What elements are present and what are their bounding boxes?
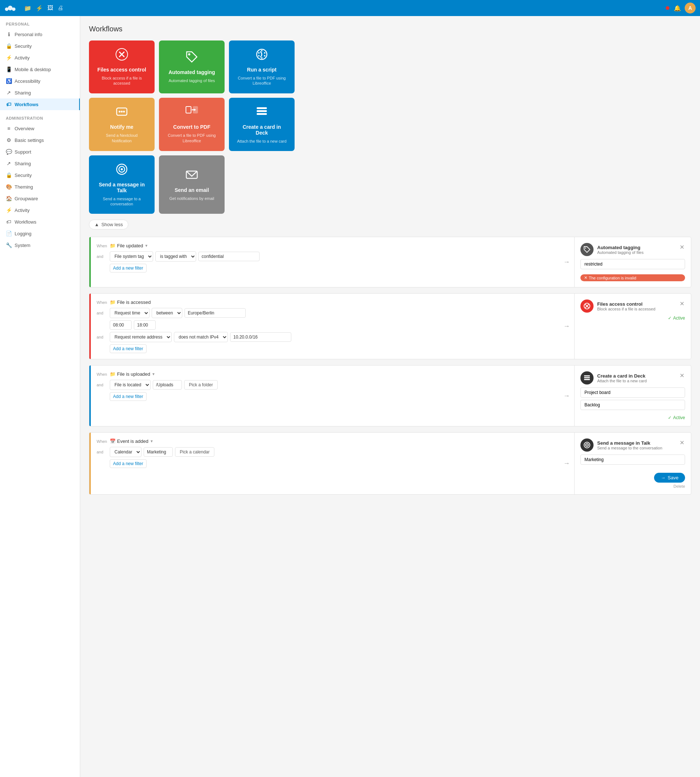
card-notify[interactable]: Notify me Send a Nextcloud Notification bbox=[89, 98, 155, 151]
sidebar-label-system: System bbox=[15, 242, 30, 248]
filter-value-2-2[interactable] bbox=[230, 333, 291, 342]
filter-field-4-1[interactable]: Calendar bbox=[110, 447, 142, 457]
topbar-photos-icon[interactable]: 🖼 bbox=[47, 5, 53, 11]
filter-field-2-2[interactable]: Request remote address bbox=[110, 332, 172, 342]
sidebar-label-workflows-admin: Workflows bbox=[15, 219, 37, 225]
svg-rect-33 bbox=[584, 375, 590, 376]
topbar-activity-icon[interactable]: ⚡ bbox=[36, 5, 43, 12]
sidebar-item-basic-settings[interactable]: ⚙ Basic settings bbox=[0, 134, 80, 146]
filter-value-1-1[interactable] bbox=[198, 252, 260, 261]
show-less-button[interactable]: ▲ Show less bbox=[89, 220, 128, 229]
filter-row-3-1: and File is located Pick a folder bbox=[97, 380, 553, 390]
filter-time-to[interactable] bbox=[134, 320, 156, 330]
nextcloud-logo[interactable] bbox=[4, 2, 16, 14]
close-action-3[interactable]: ✕ bbox=[679, 371, 685, 380]
pick-calendar-btn[interactable]: Pick a calendar bbox=[175, 447, 214, 457]
action-input-4-1[interactable] bbox=[580, 455, 685, 465]
close-action-4[interactable]: ✕ bbox=[679, 438, 685, 447]
topbar-bell-icon[interactable]: 🔔 bbox=[674, 5, 681, 12]
and-label-2-1: and bbox=[97, 311, 108, 315]
error-text-1: The configuration is invalid bbox=[589, 276, 636, 280]
sidebar-item-activity[interactable]: ⚡ Activity bbox=[0, 52, 80, 63]
delete-link-4[interactable]: Delete bbox=[580, 484, 685, 488]
activity-admin-icon: ⚡ bbox=[6, 207, 12, 213]
sidebar-item-groupware[interactable]: 🏠 Groupware bbox=[0, 192, 80, 204]
card-convert-pdf[interactable]: Convert to PDF Convert a file to PDF usi… bbox=[159, 98, 225, 151]
topbar-files-icon[interactable]: 📁 bbox=[24, 5, 32, 12]
filter-op-1-1[interactable]: is tagged with bbox=[155, 251, 196, 262]
add-filter-btn-3[interactable]: Add a new filter bbox=[110, 392, 147, 401]
sidebar-item-sharing[interactable]: ↗ Sharing bbox=[0, 87, 80, 99]
action-input-3-1[interactable] bbox=[580, 388, 685, 398]
filter-op-2-2[interactable]: does not match IPv4 bbox=[174, 332, 228, 342]
page-title: Workflows bbox=[89, 25, 691, 33]
sidebar-label-logging: Logging bbox=[15, 231, 32, 236]
event-trigger-4[interactable]: 📅 Event is added ▼ bbox=[110, 438, 153, 444]
sidebar-label-support: Support bbox=[15, 149, 32, 155]
sidebar-item-support[interactable]: 💬 Support bbox=[0, 146, 80, 157]
sidebar-item-overview[interactable]: ≡ Overview bbox=[0, 122, 80, 134]
filter-field-1-1[interactable]: File system tag bbox=[110, 251, 153, 262]
sidebar-item-sharing-admin[interactable]: ↗ Sharing bbox=[0, 157, 80, 169]
card-email-desc: Get notifications by email bbox=[170, 196, 214, 201]
sidebar-item-security[interactable]: 🔒 Security bbox=[0, 40, 80, 52]
event-icon-3: 📁 bbox=[110, 371, 115, 377]
event-trigger-1[interactable]: 📁 File updated ▼ bbox=[110, 243, 148, 249]
close-action-2[interactable]: ✕ bbox=[679, 299, 685, 308]
sidebar-item-personal-info[interactable]: ℹ Personal info bbox=[0, 28, 80, 40]
sidebar-item-security-admin[interactable]: 🔒 Security bbox=[0, 169, 80, 181]
sidebar-item-mobile-desktop[interactable]: 📱 Mobile & desktop bbox=[0, 63, 80, 75]
sidebar: Personal ℹ Personal info 🔒 Security ⚡ Ac… bbox=[0, 16, 80, 777]
topbar-avatar[interactable]: A bbox=[685, 3, 696, 13]
sidebar-item-activity-admin[interactable]: ⚡ Activity bbox=[0, 204, 80, 216]
pick-folder-btn[interactable]: Pick a folder bbox=[184, 380, 218, 389]
filter-op-2-1[interactable]: between bbox=[152, 308, 182, 318]
topbar-print-icon[interactable]: 🖨 bbox=[58, 5, 63, 11]
svg-rect-22 bbox=[257, 107, 267, 109]
svg-point-9 bbox=[264, 52, 265, 53]
sidebar-label-overview: Overview bbox=[15, 126, 34, 131]
event-trigger-3[interactable]: 📁 File is uploaded ▼ bbox=[110, 371, 155, 377]
add-filter-btn-1[interactable]: Add a new filter bbox=[110, 264, 147, 272]
card-deck[interactable]: Create a card in Deck Attach the file to… bbox=[229, 98, 295, 151]
dropdown-chevron-1: ▼ bbox=[145, 244, 148, 248]
sidebar-item-workflows[interactable]: 🏷 Workflows bbox=[0, 99, 80, 110]
status-active-2: ✓ Active bbox=[580, 316, 685, 321]
card-deck-desc: Attach the file to a new card bbox=[237, 139, 287, 144]
event-trigger-2[interactable]: 📁 File is accessed bbox=[110, 299, 150, 305]
card-talk[interactable]: Send a message in Talk Send a message to… bbox=[89, 155, 155, 214]
close-action-1[interactable]: ✕ bbox=[679, 243, 685, 251]
add-filter-btn-2[interactable]: Add a new filter bbox=[110, 344, 147, 353]
action-input-1-1[interactable] bbox=[580, 259, 685, 269]
filter-value-4-1[interactable] bbox=[143, 447, 173, 457]
action-desc-4: Send a message to the conversation bbox=[597, 446, 662, 450]
card-files-access[interactable]: Files access control Block access if a f… bbox=[89, 40, 155, 94]
sidebar-item-workflows-admin[interactable]: 🏷 Workflows bbox=[0, 216, 80, 227]
svg-point-8 bbox=[261, 50, 262, 52]
filter-field-3-1[interactable]: File is located bbox=[110, 380, 150, 390]
sidebar-item-logging[interactable]: 📄 Logging bbox=[0, 227, 80, 239]
add-filter-btn-4[interactable]: Add a new filter bbox=[110, 459, 147, 468]
action-input-3-2[interactable] bbox=[580, 400, 685, 410]
card-auto-tagging-title: Automated tagging bbox=[168, 69, 215, 75]
svg-rect-35 bbox=[584, 379, 590, 380]
share-admin-icon: ↗ bbox=[6, 160, 12, 166]
card-notify-title: Notify me bbox=[110, 124, 133, 130]
filter-value-2-1[interactable] bbox=[185, 308, 246, 318]
filter-value-3-1[interactable] bbox=[153, 380, 182, 389]
workflow-row-1-left: When 📁 File updated ▼ and File system ta… bbox=[89, 237, 559, 287]
filter-field-2-1[interactable]: Request time bbox=[110, 308, 150, 318]
sidebar-item-accessibility[interactable]: ♿ Accessibility bbox=[0, 75, 80, 87]
sidebar-item-theming[interactable]: 🎨 Theming bbox=[0, 181, 80, 192]
and-label-3-1: and bbox=[97, 383, 108, 387]
sidebar-item-system[interactable]: 🔧 System bbox=[0, 239, 80, 251]
sidebar-label-personal-info: Personal info bbox=[15, 32, 42, 37]
card-run-script[interactable]: Run a script Convert a file to PDF using… bbox=[229, 40, 295, 94]
workflow-row-2-left: When 📁 File is accessed and Request time… bbox=[89, 294, 559, 359]
card-auto-tagging[interactable]: Automated tagging Automated tagging of f… bbox=[159, 40, 225, 94]
filter-time-from[interactable] bbox=[110, 320, 132, 330]
topbar: 📁 ⚡ 🖼 🖨 🔔 A bbox=[0, 0, 700, 16]
svg-rect-21 bbox=[193, 107, 198, 113]
card-email[interactable]: Send an email Get notifications by email bbox=[159, 155, 225, 214]
save-button-4[interactable]: → Save bbox=[654, 473, 685, 483]
